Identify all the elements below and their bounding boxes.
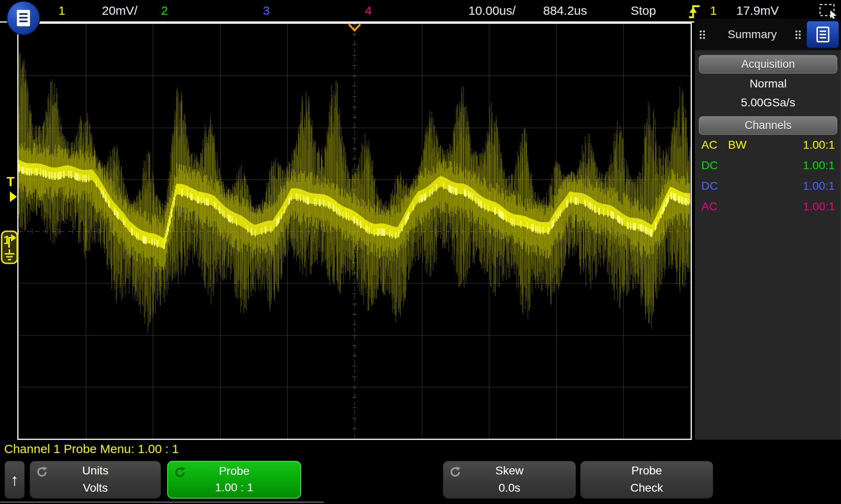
delay-readout[interactable]: 884.2us	[543, 2, 587, 19]
waveform-display[interactable]	[17, 23, 692, 440]
channels-section-header[interactable]: Channels	[699, 116, 837, 135]
units-value: Volts	[83, 482, 108, 494]
trigger-level-letter: T	[7, 174, 15, 189]
channel-1-badge[interactable]: 1	[58, 2, 65, 19]
trigger-level-readout[interactable]: 17.9mV	[736, 2, 779, 19]
channel-2-badge[interactable]: 2	[161, 2, 168, 19]
units-label: Units	[82, 465, 108, 477]
probe-check-softkey[interactable]: Probe Check	[580, 461, 713, 499]
channel-1-summary-row: ACBW 1.00:1	[696, 135, 841, 155]
channel-1-scale[interactable]: 20mV/	[102, 2, 138, 19]
tab-drag-grip-right[interactable]	[795, 30, 801, 39]
trigger-position-marker[interactable]	[348, 23, 362, 32]
channel-3-badge[interactable]: 3	[263, 2, 270, 19]
run-state-label: Stop	[631, 2, 656, 19]
channel-2-summary-row: DC 1.00:1	[696, 155, 841, 176]
probe-check-label-2: Check	[630, 482, 663, 494]
summary-panel: Acquisition Normal 5.00GSa/s Channels AC…	[695, 50, 841, 440]
units-softkey[interactable]: Units Volts	[30, 461, 161, 499]
trigger-level-marker[interactable]	[10, 191, 17, 202]
menu-list-icon	[815, 26, 831, 43]
channel-4-summary-row: AC 1.00:1	[696, 196, 841, 217]
probe-check-label-1: Probe	[631, 465, 662, 477]
channel-3-summary-row: DC 1.00:1	[696, 176, 841, 196]
channel-4-probe-ratio: 1.00:1	[803, 200, 835, 213]
trigger-source-badge[interactable]: 1	[710, 2, 717, 19]
sidebar-menu-button[interactable]	[806, 21, 839, 48]
bottom-divider	[0, 502, 324, 503]
skew-softkey[interactable]: Skew 0.0s	[443, 461, 576, 499]
main-menu-button[interactable]	[7, 1, 40, 35]
cycle-arrow-icon	[449, 466, 461, 478]
cycle-arrow-icon	[36, 466, 48, 478]
channel-3-probe-ratio: 1.00:1	[803, 180, 835, 193]
probe-value: 1.00 : 1	[215, 481, 253, 494]
up-arrow-icon: ↑	[11, 471, 19, 489]
menu-status-line: Channel 1 Probe Menu: 1.00 : 1	[4, 442, 179, 456]
cycle-arrow-icon	[174, 466, 186, 479]
probe-ratio-softkey[interactable]: Probe 1.00 : 1	[167, 461, 301, 499]
acquisition-section-header[interactable]: Acquisition	[699, 55, 837, 74]
menu-back-button[interactable]: ↑	[5, 461, 25, 499]
channel-1-coupling: AC	[701, 138, 717, 152]
skew-label: Skew	[495, 465, 523, 477]
skew-value: 0.0s	[499, 482, 521, 494]
probe-label: Probe	[219, 465, 250, 477]
channel-4-coupling: AC	[701, 200, 717, 213]
timebase-readout[interactable]: 10.00us/	[468, 2, 516, 19]
trigger-slope-icon	[688, 3, 701, 20]
channel-4-badge[interactable]: 4	[365, 2, 372, 19]
channel-1-ground-marker[interactable]: 1	[1, 230, 18, 264]
selection-tool-icon[interactable]	[819, 3, 839, 21]
tab-drag-grip-left[interactable]	[699, 30, 705, 39]
sample-rate: 5.00GSa/s	[696, 94, 841, 111]
channel-3-coupling: DC	[701, 180, 718, 193]
waveform-canvas[interactable]	[18, 24, 691, 439]
sidebar-title: Summary	[728, 28, 777, 41]
channel-2-probe-ratio: 1.00:1	[803, 159, 835, 172]
channel-1-probe-ratio: 1.00:1	[803, 138, 835, 152]
channel-1-bw-limit: BW	[728, 138, 747, 152]
channel-2-coupling: DC	[701, 159, 718, 172]
oscilloscope-screen: 1 20mV/ 2 3 4 10.00us/ 884.2us Stop 1 17…	[0, 0, 841, 504]
menu-list-icon	[14, 8, 32, 28]
acquisition-mode: Normal	[696, 75, 841, 92]
